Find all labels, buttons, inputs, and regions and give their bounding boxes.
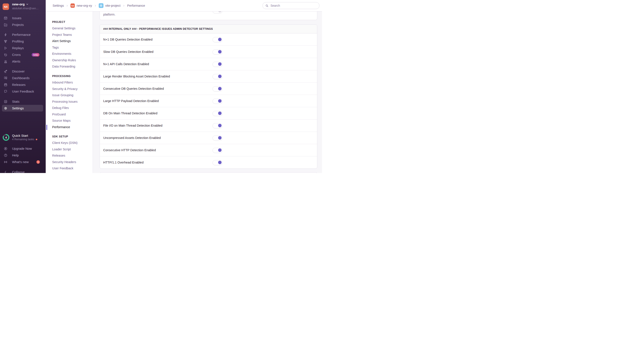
sidebar-item-projects[interactable]: Projects: [2, 21, 43, 28]
search-box[interactable]: [262, 2, 320, 9]
sidebar-item-replays[interactable]: Replays: [2, 45, 43, 51]
sidebar-item-performance[interactable]: Performance: [2, 31, 43, 38]
setting-row: Consecutive DB Queries Detection Enabled: [100, 82, 317, 95]
toggle-slow-db-queries-detection-enabled[interactable]: [212, 49, 222, 55]
sidebar-item-help[interactable]: Help: [2, 152, 43, 159]
subnav-item-proguard[interactable]: ProGuard: [46, 111, 93, 118]
toggle-knob: [218, 161, 222, 164]
subnav-item-releases[interactable]: Releases: [46, 153, 93, 159]
sidebar-collapse-button[interactable]: Collapse: [2, 169, 43, 173]
subnav-item-source-maps[interactable]: Source Maps: [46, 118, 93, 124]
sidebar-item-profiling[interactable]: Profiling: [2, 38, 43, 45]
search-input[interactable]: [270, 4, 319, 8]
setting-row: Slow DB Queries Detection Enabled: [100, 46, 317, 58]
sidebar-item-upgrade-now[interactable]: Upgrade Now: [2, 145, 43, 152]
performance-icon: [4, 33, 8, 37]
toggle-knob: [218, 148, 222, 152]
subnav-item-general-settings[interactable]: General Settings: [46, 25, 93, 32]
toggle-uncompressed-assets-detection-enabled[interactable]: [212, 135, 222, 141]
toggle-knob: [218, 124, 222, 127]
sidebar-item-label: Stats: [12, 100, 20, 103]
subnav-section-project: PROJECTGeneral SettingsProject TeamsAler…: [46, 21, 93, 70]
subnav-items: Inbound FiltersSecurity & PrivacyIssue G…: [46, 79, 93, 130]
toggle-knob: [218, 50, 222, 54]
org-name: new-org: [12, 2, 28, 6]
sidebar-item-alerts[interactable]: Alerts: [2, 58, 43, 65]
replays-icon: [4, 46, 8, 50]
collapse-label: Collapse: [12, 170, 24, 173]
subnav-section-sdk-setup: SDK SETUPClient Keys (DSN)Loader ScriptR…: [46, 135, 93, 172]
subnav-item-debug-files[interactable]: Debug Files: [46, 105, 93, 111]
sidebar-collapse-group: Collapse: [0, 169, 46, 173]
subnav-item-project-teams[interactable]: Project Teams: [46, 32, 93, 38]
quick-start[interactable]: 4 Quick Start 4 Remaining tasks: [0, 134, 46, 142]
toggle-n-1-db-queries-detection-enabled[interactable]: [212, 37, 222, 42]
quick-start-title: Quick Start: [12, 134, 28, 137]
subnav-item-ownership-rules[interactable]: Ownership Rules: [46, 57, 93, 64]
sidebar-item-issues[interactable]: Issues: [2, 15, 43, 21]
sidebar-item-settings[interactable]: Settings: [2, 105, 43, 112]
toggle[interactable]: [212, 11, 222, 13]
sidebar-item-label: Performance: [12, 33, 30, 37]
subnav-item-processing-issues[interactable]: Processing Issues: [46, 99, 93, 105]
sidebar-item-stats[interactable]: Stats: [2, 98, 43, 105]
panel-header: ### INTERNAL ONLY ### - PERFORMANCE ISSU…: [100, 25, 317, 34]
sidebar-item-releases[interactable]: Releases: [2, 81, 43, 88]
subnav-item-loader-script[interactable]: Loader Script: [46, 146, 93, 153]
crons-icon: [4, 53, 8, 57]
subnav-items: Client Keys (DSN)Loader ScriptReleasesSe…: [46, 140, 93, 172]
toggle-large-render-blocking-asset-detection-enabled[interactable]: [212, 74, 222, 79]
subnav-item-inbound-filters[interactable]: Inbound Filters: [46, 79, 93, 86]
sidebar-item-label: Help: [12, 153, 19, 157]
sidebar-item-what-s-new[interactable]: What's new1: [2, 159, 43, 165]
toggle-n-1-api-calls-detection-enabled[interactable]: [212, 62, 222, 67]
subnav-item-data-forwarding[interactable]: Data Forwarding: [46, 63, 93, 70]
breadcrumb-label: Settings: [52, 4, 64, 7]
notification-dot: [36, 139, 37, 140]
setting-label: File I/O on Main Thread Detection Enable…: [103, 124, 162, 127]
dashboards-icon: [4, 76, 8, 80]
toggle-large-http-payload-detection-enabled[interactable]: [212, 99, 222, 104]
toggle-file-i-o-on-main-thread-detection-enabled[interactable]: [212, 123, 222, 128]
setting-row: N+1 API Calls Detection Enabled: [100, 58, 317, 70]
settings-content: platform. ### INTERNAL ONLY ### - PERFOR…: [93, 11, 322, 173]
subnav-item-tags[interactable]: Tags: [46, 45, 93, 51]
breadcrumb-separator-icon: [123, 5, 125, 7]
settings-subnav: PROJECTGeneral SettingsProject TeamsAler…: [46, 11, 93, 173]
sidebar-group-discover: DiscoverDashboardsReleasesUser Feedback: [0, 68, 46, 95]
sidebar-item-label: Projects: [12, 23, 24, 27]
projects-icon: [4, 23, 8, 27]
subnav-item-issue-grouping[interactable]: Issue Grouping: [46, 92, 93, 99]
subnav-item-alert-settings[interactable]: Alert Settings: [46, 38, 93, 45]
sidebar-item-crons[interactable]: Cronsbeta: [2, 51, 43, 58]
sidebar-item-user-feedback[interactable]: User Feedback: [2, 88, 43, 95]
subnav-item-security-privacy[interactable]: Security & Privacy: [46, 86, 93, 92]
breadcrumb-item-performance[interactable]: Performance: [127, 4, 145, 7]
subnav-item-security-headers[interactable]: Security Headers: [46, 159, 93, 165]
toggle-consecutive-http-detection-enabled[interactable]: [212, 148, 222, 153]
toggle-http-1-1-overhead-enabled[interactable]: [212, 160, 222, 165]
settings-icon: [4, 106, 8, 110]
search-icon: [265, 4, 268, 7]
breadcrumb-item-settings[interactable]: Settings: [52, 4, 64, 7]
sidebar-item-label: Releases: [12, 83, 26, 87]
subnav-item-performance[interactable]: Performance: [46, 124, 93, 131]
subnav-item-client-keys-dsn-[interactable]: Client Keys (DSN): [46, 140, 93, 146]
quick-start-count: 4: [2, 134, 10, 141]
sidebar-item-label: Crons: [12, 53, 21, 57]
setting-label: Slow DB Queries Detection Enabled: [103, 50, 154, 54]
subnav-item-environments[interactable]: Environments: [46, 51, 93, 57]
toggle-knob: [218, 99, 222, 103]
breadcrumb-item-vite-project[interactable]: vite-project: [99, 3, 120, 8]
sidebar-item-discover[interactable]: Discover: [2, 68, 43, 75]
sidebar-item-label: Profiling: [12, 40, 24, 43]
org-switcher[interactable]: NX new-org abdullah.khan@sen…: [0, 0, 46, 14]
sidebar-item-dashboards[interactable]: Dashboards: [2, 75, 43, 81]
toggle-db-on-main-thread-detection-enabled[interactable]: [212, 111, 222, 116]
breadcrumb-item-new-org-xy[interactable]: NXnew-org-xy: [70, 4, 92, 8]
toggle-consecutive-db-queries-detection-enabled[interactable]: [212, 86, 222, 92]
setting-label: N+1 DB Queries Detection Enabled: [103, 38, 152, 41]
releases-icon: [4, 83, 8, 87]
sidebar-item-label: User Feedback: [12, 90, 34, 93]
subnav-item-user-feedback[interactable]: User Feedback: [46, 165, 93, 172]
